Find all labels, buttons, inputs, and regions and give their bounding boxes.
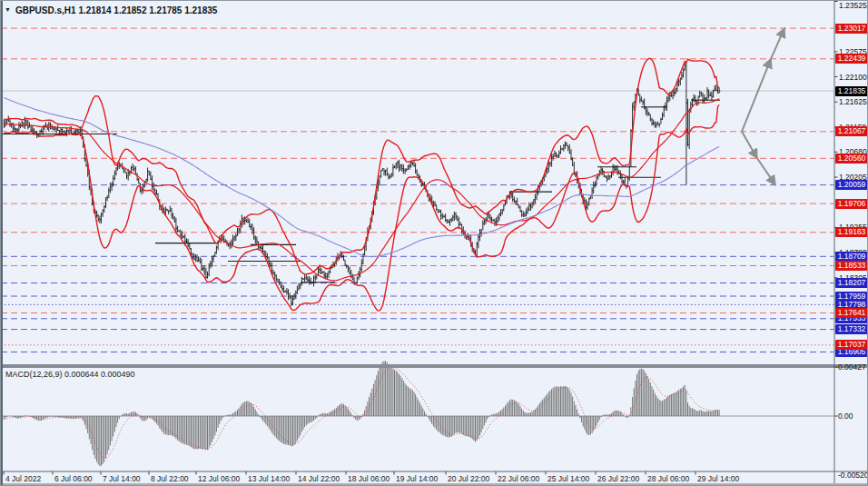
time-axis-label: 25 Jul 14:00 [547,474,589,483]
price-level-badge: 1.22439 [835,54,868,64]
price-level-badge: 1.21067 [835,126,868,136]
price-axis[interactable]: 1.235251.225751.221001.216251.211501.206… [834,1,868,486]
price-tick-label: 1.21625 [839,97,867,106]
time-axis-label: 20 Jul 22:00 [448,474,489,483]
time-axis-label: 19 Jul 14:00 [396,474,438,483]
price-level-badge: 1.17641 [835,308,868,318]
time-axis-label: 13 Jul 14:00 [248,474,290,483]
time-axis-label: 4 Jul 2022 [5,474,41,483]
chart-title-bar: ▼ GBPUSD.s,H1 1.21814 1.21852 1.21785 1.… [5,4,217,16]
chart-title: GBPUSD.s,H1 1.21814 1.21852 1.21785 1.21… [15,5,217,15]
mt4-chart-window: ▼ GBPUSD.s,H1 1.21814 1.21852 1.21785 1.… [0,0,868,486]
current-price-badge: 1.21835 [835,86,868,96]
price-level-badge: 1.18207 [835,278,868,288]
price-level-badge: 1.19706 [835,199,868,209]
time-axis-label: 18 Jul 06:00 [348,474,390,483]
symbol-collapse-icon[interactable]: ▼ [5,5,11,15]
macd-axis-label: 0.00 [838,412,853,421]
price-level-badge: 1.20059 [835,180,868,190]
chart-canvas[interactable] [1,1,868,486]
macd-axis-label: -0.005202 [838,471,868,480]
time-axis-label: 8 Jul 22:00 [151,474,189,483]
price-tick-label: 1.23525 [839,1,867,10]
price-level-badge: 1.20560 [835,154,868,164]
price-level-badge: 1.17332 [835,324,868,334]
time-axis-label: 29 Jul 14:00 [697,474,739,483]
time-axis-label: 14 Jul 22:00 [298,474,340,483]
time-axis-label: 22 Jul 06:00 [498,474,539,483]
time-axis-label: 12 Jul 06:00 [198,474,240,483]
price-level-badge: 1.18533 [835,261,868,271]
time-axis-label: 7 Jul 14:00 [103,474,141,483]
pane-divider[interactable] [1,364,868,368]
time-axis-label: 26 Jul 22:00 [597,474,639,483]
price-level-badge: 1.19163 [835,227,868,237]
macd-axis-label: 0.00427 [838,362,866,372]
time-axis[interactable]: 4 Jul 20226 Jul 06:007 Jul 14:008 Jul 22… [1,471,834,486]
price-level-badge: 1.23017 [835,24,868,34]
time-axis-label: 6 Jul 06:00 [54,474,93,483]
time-axis-label: 28 Jul 06:00 [647,474,689,483]
macd-indicator-label: MACD(12,26,9) 0.000644 0.000490 [5,370,135,379]
price-tick-label: 1.22100 [839,73,867,82]
price-level-badge: 1.17037 [835,340,868,350]
